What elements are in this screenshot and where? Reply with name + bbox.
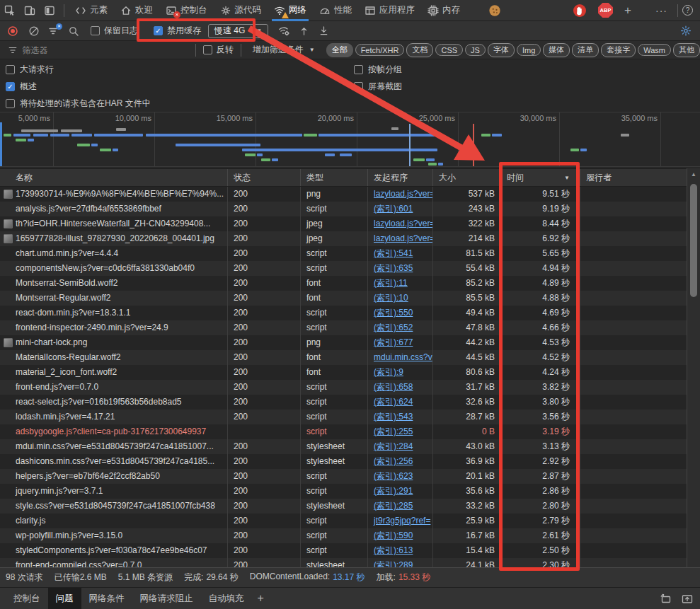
initiator-link[interactable]: (索引):550 bbox=[374, 308, 413, 318]
column-header-5[interactable]: 时间▼ bbox=[501, 169, 580, 186]
device-toolbar-icon[interactable] bbox=[20, 0, 40, 21]
add-filter-dropdown[interactable]: 增加筛选条件 ▼ bbox=[253, 44, 315, 56]
stop-hand-extension-icon[interactable] bbox=[570, 0, 590, 21]
tab-console[interactable]: ✕控制台 bbox=[159, 0, 214, 21]
initiator-link[interactable]: mdui.min.css?v bbox=[374, 352, 432, 362]
add-extension-icon[interactable]: + bbox=[624, 4, 631, 18]
initiator-link[interactable]: (索引):284 bbox=[374, 441, 413, 451]
initiator-link[interactable]: (索引):652 bbox=[374, 323, 413, 332]
request-row[interactable]: helpers.js?ver=eb7bf64e2f2ccf82ab50200sc… bbox=[0, 469, 687, 484]
initiator-link[interactable]: (索引):623 bbox=[374, 471, 413, 481]
initiator-link[interactable]: (索引):677 bbox=[374, 337, 413, 347]
tab-sources[interactable]: 源代码 bbox=[214, 0, 268, 21]
column-header-0[interactable]: 名称 bbox=[0, 169, 228, 186]
group-by-frame-checkbox[interactable]: 按帧分组 bbox=[354, 64, 402, 76]
tab-performance[interactable]: 性能 bbox=[313, 0, 358, 21]
initiator-link[interactable]: (索引):285 bbox=[374, 501, 413, 511]
initiator-link[interactable]: (索引):635 bbox=[374, 263, 413, 273]
drawer-tab-console[interactable]: 控制台 bbox=[6, 588, 48, 609]
search-button[interactable] bbox=[68, 25, 79, 37]
cookie-extension-icon[interactable] bbox=[485, 0, 505, 21]
filter-pill-套接字[interactable]: 套接字 bbox=[601, 43, 636, 57]
request-row[interactable]: jquery.min.js?ver=3.7.1200script(索引):291… bbox=[0, 484, 687, 499]
request-row[interactable]: style.css?ver=e531d8045739f247ca41851007… bbox=[0, 499, 687, 514]
request-row[interactable]: wp-polyfill.min.js?ver=3.15.0200script(索… bbox=[0, 528, 687, 543]
initiator-link[interactable]: (索引):601 bbox=[374, 204, 413, 214]
request-row[interactable]: Montserrat-SemiBold.woff2200font(索引):118… bbox=[0, 276, 687, 291]
abp-extension-icon[interactable]: ABP bbox=[598, 3, 613, 18]
request-row[interactable]: lodash.min.js?ver=4.17.21200script(索引):5… bbox=[0, 410, 687, 424]
filter-pill-文档[interactable]: 文档 bbox=[406, 43, 433, 57]
filter-pill-css[interactable]: CSS bbox=[435, 44, 463, 56]
more-options-icon[interactable]: ··· bbox=[650, 5, 673, 16]
tab-welcome[interactable]: 欢迎 bbox=[114, 0, 159, 21]
request-row[interactable]: Montserrat-Regular.woff2200font(索引):1085… bbox=[0, 291, 687, 306]
initiator-link[interactable]: (索引):541 bbox=[374, 248, 413, 258]
initiator-link[interactable]: (索引):255 bbox=[374, 427, 413, 436]
request-row[interactable]: adsbygoogle.js?client=ca-pub-31762173006… bbox=[0, 424, 687, 439]
record-button[interactable] bbox=[7, 25, 18, 37]
tab-elements[interactable]: 元素 bbox=[69, 0, 114, 21]
request-row[interactable]: react-dom.min.js?ver=18.3.1.1200script(索… bbox=[0, 306, 687, 320]
help-icon[interactable]: ? bbox=[682, 5, 693, 16]
request-row[interactable]: chart.umd.min.js?ver=4.4.4200script(索引):… bbox=[0, 246, 687, 261]
panel-layout-icon[interactable] bbox=[40, 0, 59, 21]
initiator-link[interactable]: (索引):289 bbox=[374, 560, 413, 567]
overview-checkbox[interactable]: ✓ 概述 bbox=[6, 81, 37, 93]
drawer-tab-network-blocking[interactable]: 网络请求阻止 bbox=[132, 588, 201, 609]
initiator-link[interactable]: (索引):613 bbox=[374, 545, 413, 555]
har-pending-checkbox[interactable]: 将待处理的请求包含在HAR 文件中 bbox=[6, 98, 151, 110]
request-row[interactable]: analysis.js?ver=27dfb4af6553869fbbef200s… bbox=[0, 202, 687, 216]
column-header-6[interactable]: 履行者 bbox=[580, 169, 687, 186]
request-row[interactable]: dashicons.min.css?ver=e531d8045739f247ca… bbox=[0, 454, 687, 469]
request-row[interactable]: th?id=OHR.HinterseeWaterfall_ZH-CN043299… bbox=[0, 216, 687, 231]
column-header-2[interactable]: 类型 bbox=[301, 169, 368, 186]
initiator-link[interactable]: jt9r3g5jpq?ref= bbox=[374, 516, 430, 526]
filter-input[interactable] bbox=[22, 45, 190, 55]
tab-application[interactable]: 应用程序 bbox=[358, 0, 421, 21]
initiator-link[interactable]: (索引):658 bbox=[374, 382, 413, 392]
add-drawer-tab-icon[interactable]: + bbox=[258, 592, 264, 605]
preserve-log-checkbox[interactable]: 保留日志 bbox=[91, 25, 138, 37]
request-row[interactable]: 1739930714-%E9%9A%8F%E4%BE%BF%E7%94%...2… bbox=[0, 187, 687, 202]
request-row[interactable]: mini-chart-lock.png200png(索引):67744.2 kB… bbox=[0, 335, 687, 350]
filter-pill-媒体[interactable]: 媒体 bbox=[543, 43, 570, 57]
request-row[interactable]: 1659777828-illust_97827930_20220628_0044… bbox=[0, 231, 687, 246]
clear-button[interactable] bbox=[28, 25, 40, 37]
initiator-link[interactable]: (索引):590 bbox=[374, 530, 413, 540]
scrollbar-thumb[interactable] bbox=[690, 184, 697, 297]
filter-pill-全部[interactable]: 全部 bbox=[326, 43, 353, 57]
filter-pill-fetch-xhr[interactable]: Fetch/XHR bbox=[355, 44, 405, 56]
filter-pill-js[interactable]: JS bbox=[465, 44, 486, 56]
screenshots-checkbox[interactable]: 屏幕截图 bbox=[354, 81, 402, 93]
drawer-tab-autofill[interactable]: 自动填充 bbox=[201, 588, 252, 609]
network-conditions-icon[interactable] bbox=[278, 25, 289, 37]
column-header-3[interactable]: 发起程序 bbox=[368, 169, 433, 186]
expand-panel-icon[interactable] bbox=[682, 594, 693, 604]
request-row[interactable]: styledComponents.js?ver=f030a78c47ee9be4… bbox=[0, 543, 687, 558]
request-row[interactable]: mdui.min.css?ver=e531d8045739f247ca41851… bbox=[0, 439, 687, 454]
dock-side-icon[interactable] bbox=[660, 593, 672, 604]
tab-memory[interactable]: 内存 bbox=[421, 0, 466, 21]
tab-network[interactable]: 网络 bbox=[268, 0, 313, 21]
filter-pill-其他[interactable]: 其他 bbox=[673, 43, 700, 57]
disable-cache-checkbox[interactable]: ✓ 禁用缓存 bbox=[154, 25, 201, 37]
scroll-up-icon[interactable]: ▲ bbox=[687, 171, 700, 178]
request-row[interactable]: componentsNew.js?ver=c0dc6ffa381330ab04f… bbox=[0, 261, 687, 276]
initiator-link[interactable]: (索引):543 bbox=[374, 412, 413, 422]
request-row[interactable]: clarity.js200scriptjt9r3g5jpq?ref=25.9 k… bbox=[0, 514, 687, 528]
filter-pill-img[interactable]: Img bbox=[517, 44, 541, 56]
initiator-link[interactable]: lazyload.js?ver= bbox=[374, 233, 433, 243]
network-overview-timeline[interactable]: 5,000 ms10,000 ms15,000 ms20,000 ms25,00… bbox=[0, 112, 700, 167]
request-row[interactable]: material_2_icon_font.woff2200font(索引):98… bbox=[0, 365, 687, 380]
filter-toggle-button[interactable]: ✕ bbox=[48, 25, 59, 37]
request-row[interactable]: MaterialIcons-Regular.woff2200fontmdui.m… bbox=[0, 350, 687, 365]
initiator-link[interactable]: (索引):291 bbox=[374, 486, 413, 496]
throttling-select[interactable]: 慢速 4G ▼ bbox=[208, 24, 268, 38]
initiator-link[interactable]: lazyload.js?ver= bbox=[374, 189, 433, 199]
drawer-tab-network-conditions[interactable]: 网络条件 bbox=[81, 588, 132, 609]
export-har-icon[interactable] bbox=[318, 25, 329, 37]
column-header-4[interactable]: 大小 bbox=[433, 169, 501, 186]
initiator-link[interactable]: (索引):256 bbox=[374, 456, 413, 466]
settings-gear-icon[interactable] bbox=[680, 25, 692, 37]
